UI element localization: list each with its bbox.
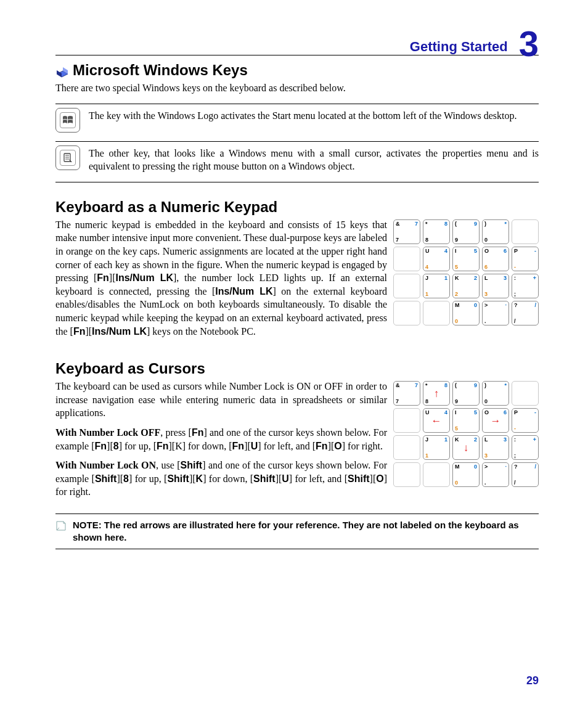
keypad-key — [512, 219, 539, 244]
key-shift: Shift — [348, 473, 370, 484]
key-fn: Fn — [95, 441, 107, 451]
arrow-icon: → — [491, 415, 501, 426]
key-o: O — [376, 473, 383, 484]
keypad-key: I55 — [452, 408, 480, 433]
note-text: NOTE: The red arrows are illustrated her… — [73, 519, 539, 544]
keypad-key: J11 — [423, 274, 450, 298]
key-shift: Shift — [167, 473, 189, 484]
keypad-key: &77 — [393, 219, 420, 244]
section-heading-windows-keys: Microsoft Windows Keys — [55, 62, 539, 79]
keypad-key — [393, 462, 420, 487]
arrow-icon: ↑ — [434, 388, 439, 399]
keypad-key: >·. — [482, 462, 509, 487]
keypad-key: (99 — [452, 381, 480, 406]
section-title-text: Microsoft Windows Keys — [73, 62, 248, 79]
note-box: NOTE: The red arrows are illustrated her… — [55, 514, 539, 550]
windows-logo-key-description: The key with the Windows Logo activates … — [89, 108, 517, 123]
keypad-key: )*0 — [482, 219, 509, 244]
menu-keycap — [55, 145, 80, 170]
keypad-key — [393, 301, 420, 325]
keypad-key: ?// — [512, 301, 539, 325]
menu-key-description: The other key, that looks like a Windows… — [89, 145, 539, 173]
keypad-key: >·. — [482, 301, 509, 325]
keypad-key — [393, 274, 420, 298]
keypad-key: O6→ — [482, 408, 509, 433]
key-8: 8 — [123, 473, 129, 484]
keypad-key: L33 — [482, 274, 509, 298]
keypad-key: K22 — [452, 274, 480, 298]
key-ins-num-lk: Ins/Num LK — [116, 272, 174, 283]
key-8: 8 — [113, 441, 119, 451]
keypad-key — [393, 408, 420, 433]
key-shift: Shift — [181, 460, 203, 470]
key-fn: Fn — [192, 427, 204, 438]
key-fn: Fn — [97, 272, 109, 283]
key-fn: Fn — [157, 441, 169, 451]
numeric-keypad-figure: &77*88(99)*0U44I55O66P--J11K22L33:+;M00>… — [393, 219, 539, 325]
windows-logo-key-row: The key with the Windows Logo activates … — [55, 108, 539, 133]
label-numlock-on: With Number Lock ON — [55, 460, 156, 470]
key-shift: Shift — [95, 473, 117, 484]
section-heading-numeric-keypad: Keyboard as a Numeric Keypad — [55, 198, 539, 216]
keypad-key: ?// — [512, 462, 539, 487]
keypad-key: *88 — [423, 219, 450, 244]
divider — [55, 141, 539, 142]
keypad-key: P-- — [512, 408, 539, 433]
windows-keys-intro: There are two special Windows keys on th… — [55, 81, 539, 95]
arrow-icon: ↓ — [463, 443, 469, 453]
cursors-keypad-figure: &77*88↑(99)*0U4←I55O6→P--J11K2↓L33:+;M00… — [393, 381, 539, 487]
page-number: 29 — [526, 674, 539, 687]
divider — [55, 182, 539, 182]
keypad-key — [512, 381, 539, 406]
key-fn: Fn — [316, 441, 328, 451]
keypad-key: P-- — [512, 247, 539, 271]
keypad-key: I55 — [452, 247, 480, 271]
keypad-key: :+; — [512, 435, 539, 460]
keypad-key: )*0 — [482, 381, 509, 406]
key-fn: Fn — [73, 326, 86, 337]
key-ins-num-lk: Ins/Num LK — [92, 326, 147, 337]
keypad-key — [423, 301, 450, 325]
note-icon — [55, 520, 67, 531]
key-o: O — [334, 441, 341, 451]
chapter-title: Getting Started — [410, 39, 508, 55]
label-numlock-off: With Number Lock OFF — [55, 427, 160, 438]
windows-logo-keycap — [55, 108, 80, 133]
keypad-key: &77 — [393, 381, 420, 406]
menu-key-icon — [60, 150, 76, 166]
keypad-key: (99 — [452, 219, 480, 244]
chapter-header: Getting Started 3 — [55, 25, 539, 55]
key-k: K — [196, 473, 203, 484]
divider — [55, 104, 539, 104]
windows-logo-icon — [60, 112, 76, 128]
keypad-key: K2↓ — [452, 435, 480, 460]
key-shift: Shift — [253, 473, 276, 484]
key-u: U — [251, 441, 258, 451]
keypad-key: M00 — [452, 462, 480, 487]
key-ins-num-lk: Ins/Num LK — [215, 286, 272, 297]
arrow-icon: ← — [431, 415, 442, 426]
key-fn: Fn — [232, 441, 245, 451]
keypad-key: U4← — [423, 408, 450, 433]
topic-icon — [55, 64, 69, 76]
keypad-key: J11 — [423, 435, 450, 460]
keypad-key: M00 — [452, 301, 480, 325]
keypad-key: :+; — [512, 274, 539, 298]
keypad-key — [393, 247, 420, 271]
section-heading-cursors: Keyboard as Cursors — [55, 360, 539, 377]
keypad-key: L33 — [482, 435, 509, 460]
keypad-key — [393, 435, 420, 460]
key-u: U — [282, 473, 289, 484]
keypad-key: *88↑ — [423, 381, 450, 406]
menu-key-row: The other key, that looks like a Windows… — [55, 145, 539, 173]
keypad-key: U44 — [423, 247, 450, 271]
keypad-key — [423, 462, 450, 487]
chapter-number: 3 — [519, 30, 539, 58]
keypad-key: O66 — [482, 247, 509, 271]
